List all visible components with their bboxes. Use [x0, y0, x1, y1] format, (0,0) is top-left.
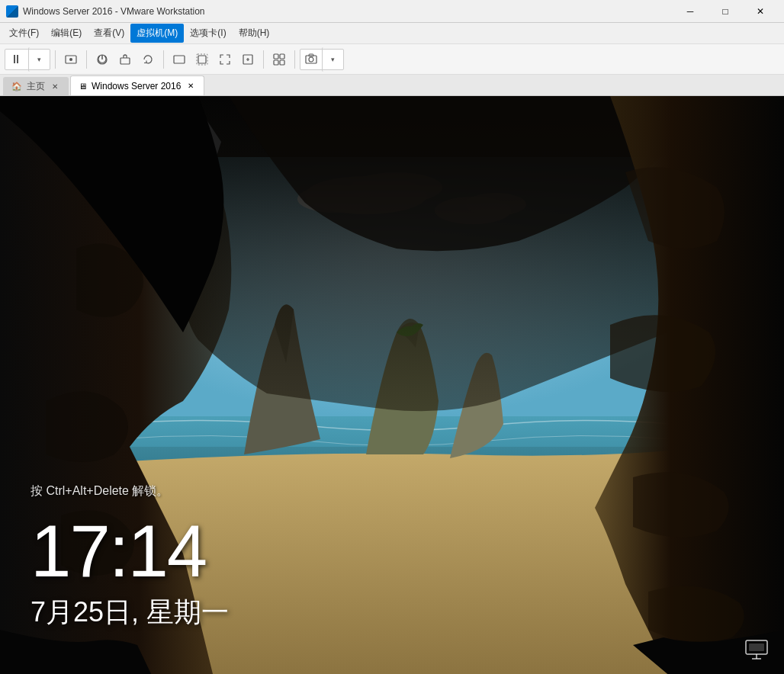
tabs-bar: 🏠 主页 ✕ 🖥 Windows Server 2016 ✕: [0, 75, 784, 96]
toolbar-sep-2: [86, 50, 87, 69]
svg-rect-9: [280, 54, 284, 59]
app-icon: [6, 5, 18, 18]
tab-home-label: 主页: [27, 80, 45, 93]
view-fullscreen-button[interactable]: [214, 47, 236, 72]
toolbar-sep-4: [263, 50, 264, 69]
snapshot-dropdown[interactable]: ▾: [322, 47, 343, 72]
minimize-button[interactable]: ─: [673, 0, 708, 23]
monitor-icon-area[interactable]: [744, 637, 769, 665]
menu-bar: 文件(F) 编辑(E) 查看(V) 虚拟机(M) 选项卡(I) 帮助(H): [0, 23, 784, 44]
home-tab-icon: 🏠: [11, 82, 22, 91]
svg-rect-5: [198, 56, 206, 63]
close-button[interactable]: ✕: [743, 0, 778, 23]
svg-rect-4: [174, 56, 185, 63]
svg-rect-25: [749, 644, 764, 651]
menu-edit[interactable]: 编辑(E): [45, 24, 88, 43]
tab-home-close[interactable]: ✕: [50, 82, 60, 92]
lock-date-display: 7月25日, 星期一: [31, 594, 784, 631]
pause-button[interactable]: ⏸: [5, 47, 27, 72]
svg-point-13: [309, 57, 313, 62]
toolbar-sep-3: [163, 50, 164, 69]
power-on-button[interactable]: [92, 47, 113, 72]
svg-rect-8: [274, 54, 278, 59]
toolbar-sep-1: [55, 50, 56, 69]
unity-button[interactable]: [268, 47, 290, 72]
pause-button-group[interactable]: ⏸ ▾: [5, 49, 50, 70]
send-ctrl-alt-del-button[interactable]: [60, 47, 82, 72]
title-text: Windows Server 2016 - VMware Workstation: [23, 6, 673, 17]
lock-screen-overlay: 按 Ctrl+Alt+Delete 解锁。 17:14 7月25日, 星期一: [0, 96, 784, 674]
snapshot-button[interactable]: [300, 47, 322, 72]
svg-point-1: [69, 58, 72, 61]
tab-home[interactable]: 🏠 主页 ✕: [3, 77, 69, 95]
view-fit-guest-button[interactable]: [237, 47, 259, 72]
tab-vm[interactable]: 🖥 Windows Server 2016 ✕: [70, 75, 204, 95]
pause-dropdown[interactable]: ▾: [28, 47, 50, 72]
svg-rect-11: [280, 60, 284, 65]
maximize-button[interactable]: □: [708, 0, 743, 23]
monitor-icon: [744, 637, 769, 662]
menu-help[interactable]: 帮助(H): [233, 24, 276, 43]
tab-vm-label: Windows Server 2016: [92, 81, 181, 91]
lock-hint-text: 按 Ctrl+Alt+Delete 解锁。: [31, 483, 784, 499]
view-stretch-button[interactable]: [191, 47, 213, 72]
window-controls: ─ □ ✕: [673, 0, 778, 23]
toolbar: ⏸ ▾: [0, 44, 784, 75]
reset-button[interactable]: [137, 47, 159, 72]
vm-tab-icon: 🖥: [79, 82, 87, 91]
menu-file[interactable]: 文件(F): [3, 24, 45, 43]
svg-rect-10: [274, 60, 278, 65]
menu-tabs[interactable]: 选项卡(I): [184, 24, 232, 43]
title-bar: Windows Server 2016 - VMware Workstation…: [0, 0, 784, 23]
menu-vm[interactable]: 虚拟机(M): [130, 24, 184, 43]
view-fit-button[interactable]: [169, 47, 190, 72]
tab-vm-close[interactable]: ✕: [185, 81, 196, 91]
svg-rect-3: [120, 58, 130, 64]
lock-time-display: 17:14: [31, 515, 784, 588]
power-off-button[interactable]: [114, 47, 136, 72]
menu-view[interactable]: 查看(V): [88, 24, 130, 43]
toolbar-sep-5: [294, 50, 295, 69]
vm-display[interactable]: 按 Ctrl+Alt+Delete 解锁。 17:14 7月25日, 星期一: [0, 96, 784, 674]
